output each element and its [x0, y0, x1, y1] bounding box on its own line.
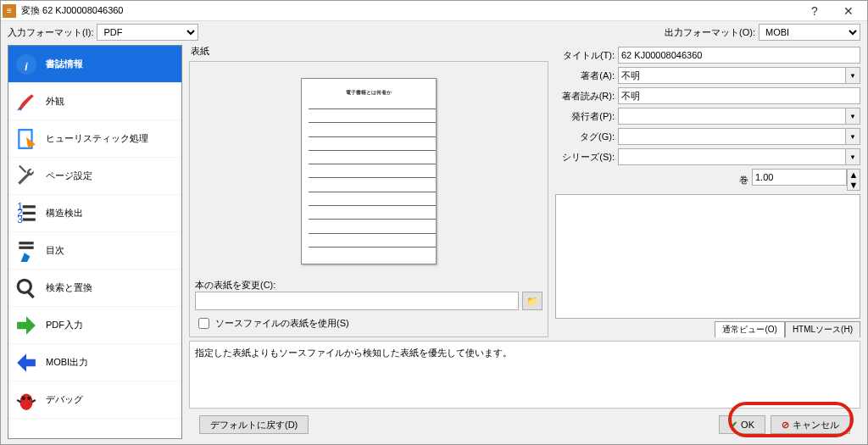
bug-icon — [14, 387, 39, 413]
app-icon: ≡ — [3, 4, 16, 18]
sidebar-item-label: 書誌情報 — [46, 58, 83, 70]
folder-icon: 📁 — [526, 296, 538, 307]
change-cover-label: 本の表紙を変更(C): — [195, 279, 542, 292]
sidebar-item-label: PDF入力 — [46, 319, 83, 331]
input-format-label: 入力フォーマット(I): — [8, 26, 93, 39]
author-input[interactable] — [618, 67, 845, 84]
tags-input[interactable] — [618, 128, 845, 145]
tab-html-source[interactable]: HTMLソース(H) — [785, 321, 860, 337]
svg-rect-10 — [23, 218, 36, 220]
author-dropdown[interactable]: ▼ — [845, 67, 860, 84]
info-icon: i — [14, 52, 39, 77]
use-source-cover-label: ソースファイルの表紙を使用(S) — [215, 317, 349, 330]
author-label: 著者(A): — [555, 70, 615, 82]
page-tag-icon — [14, 126, 39, 152]
sidebar-item-mobi-output[interactable]: MOBI出力 — [8, 344, 181, 381]
svg-rect-12 — [19, 246, 33, 248]
svg-marker-16 — [17, 353, 36, 372]
hand-point-icon — [14, 238, 39, 264]
format-bar: 入力フォーマット(I): PDF 出力フォーマット(O): MOBI — [1, 21, 867, 43]
output-format-label: 出力フォーマット(O): — [665, 26, 755, 39]
series-dropdown[interactable]: ▼ — [845, 148, 860, 165]
wrench-icon — [14, 164, 39, 189]
button-bar: デフォルトに戻す(D) ✔ OK ⊘ キャンセル — [189, 412, 860, 441]
hint-panel: 指定した表紙よりもソースファイルから検知した表紙を優先して使います。 — [189, 341, 860, 409]
close-button[interactable]: ✕ — [832, 2, 865, 20]
comments-box[interactable] — [555, 194, 860, 319]
sidebar-item-label: デバッグ — [46, 393, 83, 406]
series-input[interactable] — [618, 148, 845, 165]
help-button[interactable]: ? — [798, 2, 832, 20]
ok-button[interactable]: ✔ OK — [719, 415, 765, 434]
author-sort-label: 著者読み(R): — [555, 90, 615, 103]
series-index-label: 巻 — [739, 174, 748, 186]
svg-rect-11 — [19, 242, 33, 244]
publisher-label: 発行者(P): — [555, 110, 615, 123]
title-input[interactable] — [618, 47, 860, 64]
svg-point-18 — [22, 396, 25, 399]
svg-point-17 — [19, 393, 32, 410]
use-source-cover-checkbox[interactable]: ソースファイルの表紙を使用(S) — [195, 315, 542, 331]
arrow-right-green-icon — [14, 313, 39, 338]
magnifier-icon — [14, 275, 39, 301]
tab-normal-view[interactable]: 通常ビュー(O) — [715, 321, 784, 337]
arrow-left-blue-icon — [14, 350, 39, 375]
brush-icon — [14, 89, 39, 114]
cover-group-title: 表紙 — [191, 45, 548, 58]
sidebar-item-label: MOBI出力 — [46, 356, 88, 369]
series-label: シリーズ(S): — [555, 151, 615, 164]
sidebar-item-label: 外観 — [46, 95, 64, 108]
sidebar-item-look-feel[interactable]: 外観 — [8, 83, 181, 120]
sidebar-item-heuristic[interactable]: ヒューリスティック処理 — [8, 120, 181, 158]
titlebar: ≡ 変換 62 KJ00008046360 ? ✕ — [1, 1, 867, 21]
hint-text: 指定した表紙よりもソースファイルから検知した表紙を優先して使います。 — [195, 348, 512, 358]
change-cover-input[interactable] — [195, 292, 519, 310]
sidebar-item-label: 構造検出 — [46, 207, 83, 220]
sidebar-item-label: 目次 — [46, 244, 64, 257]
output-format-select[interactable]: MOBI — [759, 24, 860, 41]
svg-point-19 — [27, 396, 31, 399]
sidebar-item-label: ヒューリスティック処理 — [46, 132, 148, 145]
title-label: タイトル(T): — [555, 49, 615, 62]
svg-rect-8 — [23, 205, 36, 208]
cancel-icon: ⊘ — [782, 420, 789, 431]
publisher-dropdown[interactable]: ▼ — [845, 108, 860, 125]
list-123-icon: 123 — [14, 201, 39, 226]
sidebar-item-structure[interactable]: 123 構造検出 — [8, 195, 181, 232]
check-icon: ✔ — [730, 420, 737, 431]
restore-defaults-button[interactable]: デフォルトに戻す(D) — [199, 415, 309, 434]
sidebar-item-search-replace[interactable]: 検索と置換 — [8, 270, 181, 307]
svg-rect-9 — [23, 211, 36, 214]
cover-preview: 電子書籍とは何者か ――――――――――――――――――――――――――――――… — [195, 67, 542, 275]
cancel-button[interactable]: ⊘ キャンセル — [771, 415, 850, 434]
tags-dropdown[interactable]: ▼ — [845, 128, 860, 145]
metadata-panel: タイトル(T): 著者(A): ▼ 著者読み(R): — [555, 45, 860, 337]
author-sort-input[interactable] — [618, 87, 860, 104]
sidebar-item-page-setup[interactable]: ページ設定 — [8, 158, 181, 195]
tags-label: タグ(G): — [555, 131, 615, 143]
sidebar: i 書誌情報 外観 ヒューリスティック処理 — [8, 45, 182, 439]
sidebar-item-toc[interactable]: 目次 — [8, 232, 181, 270]
input-format-select[interactable]: PDF — [97, 24, 198, 41]
svg-rect-4 — [19, 165, 26, 173]
sidebar-item-metadata[interactable]: i 書誌情報 — [8, 46, 181, 83]
series-index-spinner[interactable]: ▲▼ — [847, 169, 860, 191]
svg-marker-15 — [17, 316, 36, 335]
sidebar-item-debug[interactable]: デバッグ — [8, 381, 181, 419]
sidebar-item-label: ページ設定 — [46, 170, 92, 182]
sidebar-item-pdf-input[interactable]: PDF入力 — [8, 307, 181, 344]
dialog-window: ≡ 変換 62 KJ00008046360 ? ✕ 入力フォーマット(I): P… — [0, 0, 868, 445]
browse-cover-button[interactable]: 📁 — [522, 292, 542, 310]
sidebar-item-label: 検索と置換 — [46, 281, 92, 294]
window-title: 変換 62 KJ00008046360 — [21, 4, 798, 17]
cover-thumbnail: 電子書籍とは何者か ――――――――――――――――――――――――――――――… — [301, 78, 437, 264]
svg-text:3: 3 — [17, 213, 23, 224]
publisher-input[interactable] — [618, 108, 845, 125]
series-index-input[interactable] — [752, 169, 847, 186]
